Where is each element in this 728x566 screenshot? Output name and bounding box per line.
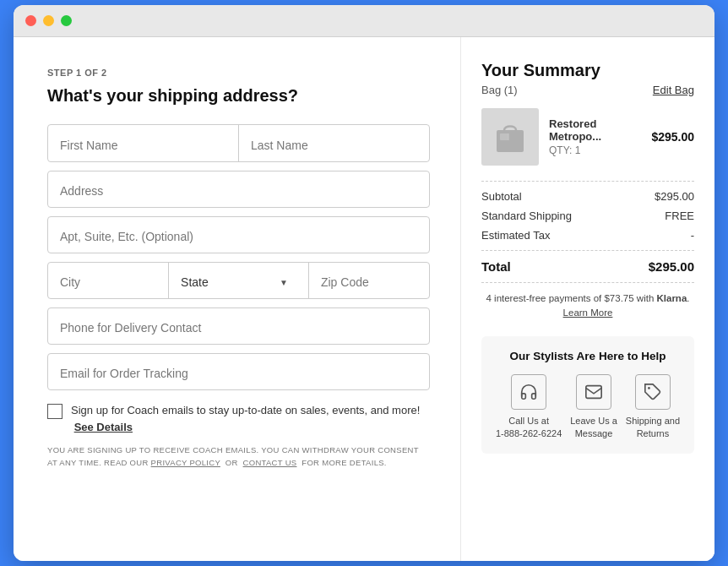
message-label: Leave Us aMessage (570, 415, 617, 441)
divider-3 (481, 282, 694, 283)
product-qty: QTY: 1 (549, 144, 641, 156)
address-group (47, 171, 430, 208)
address-input[interactable] (60, 184, 417, 198)
divider-1 (481, 181, 694, 182)
klarna-text: 4 interest-free payments of $73.75 with … (481, 291, 694, 321)
message-option[interactable]: Leave Us aMessage (570, 374, 617, 441)
apt-field[interactable] (48, 217, 429, 253)
email-field[interactable] (48, 354, 429, 389)
email-input[interactable] (60, 367, 417, 380)
shipping-label: Standard Shipping (481, 210, 572, 222)
headset-icon (511, 374, 546, 410)
svg-rect-0 (497, 130, 524, 152)
apt-input[interactable] (60, 230, 417, 243)
app-window: STEP 1 OF 2 What's your shipping address… (14, 5, 714, 561)
consent-text: YOU ARE SIGNING UP TO RECEIVE COACH EMAI… (47, 444, 430, 469)
shipping-returns-label: Shipping andReturns (626, 415, 680, 441)
first-name-field[interactable] (48, 125, 239, 161)
klarna-brand: Klarna (657, 293, 687, 303)
product-price: $295.00 (651, 130, 694, 144)
summary-title: Your Summary (481, 61, 694, 80)
right-panel: Your Summary Bag (1) Edit Bag Restored M… (461, 37, 714, 561)
svg-rect-1 (500, 133, 508, 140)
section-title: What's your shipping address? (47, 86, 430, 106)
apt-group (47, 216, 430, 253)
phone-field[interactable] (48, 308, 429, 344)
name-group (47, 124, 430, 162)
bag-label: Bag (1) (481, 84, 518, 96)
state-select[interactable]: State ALAKAZCA COCTFLGA NYTX (181, 275, 296, 289)
product-image (481, 108, 539, 166)
total-label: Total (481, 259, 511, 274)
minimize-dot[interactable] (43, 15, 54, 26)
subtotal-label: Subtotal (481, 190, 522, 203)
step-label: STEP 1 OF 2 (47, 68, 430, 78)
product-info: Restored Metropo... QTY: 1 (549, 117, 641, 156)
last-name-field[interactable] (239, 125, 429, 161)
titlebar (14, 5, 714, 37)
privacy-policy-link[interactable]: PRIVACY POLICY (151, 458, 220, 467)
email-signup-checkbox[interactable] (47, 404, 62, 419)
tax-label: Estimated Tax (481, 229, 550, 242)
bag-row: Bag (1) Edit Bag (481, 84, 694, 96)
product-name: Restored Metropo... (549, 117, 641, 143)
edit-bag-link[interactable]: Edit Bag (653, 84, 694, 96)
zip-input[interactable] (321, 275, 417, 289)
contact-us-link[interactable]: CONTACT US (243, 458, 297, 467)
klarna-learn-more-link[interactable]: Learn More (563, 307, 613, 318)
email-icon (576, 374, 611, 410)
stylists-options: Call Us at1-888-262-6224 Leave Us aMessa… (492, 374, 684, 441)
tax-line: Estimated Tax - (481, 229, 694, 242)
city-field[interactable] (48, 263, 168, 298)
maximize-dot[interactable] (61, 15, 72, 26)
phone-input[interactable] (60, 321, 417, 335)
svg-point-4 (648, 387, 650, 389)
address-field[interactable] (48, 171, 429, 207)
box-icon (635, 374, 671, 410)
email-group (47, 353, 430, 390)
tax-value: - (691, 229, 694, 242)
stylists-box: Our Stylists Are Here to Help Call Us at… (481, 336, 694, 454)
total-line: Total $295.00 (481, 259, 694, 274)
last-name-input[interactable] (251, 137, 417, 152)
call-us-option[interactable]: Call Us at1-888-262-6224 (496, 374, 562, 441)
city-state-zip-group: State ALAKAZCA COCTFLGA NYTX ▼ (47, 262, 430, 299)
svg-rect-3 (586, 385, 601, 398)
see-details-link[interactable]: See Details (74, 421, 133, 433)
shipping-line: Standard Shipping FREE (481, 210, 694, 222)
left-panel: STEP 1 OF 2 What's your shipping address… (14, 37, 461, 561)
state-field[interactable]: State ALAKAZCA COCTFLGA NYTX ▼ (168, 263, 309, 298)
shipping-value: FREE (665, 210, 694, 222)
product-row: Restored Metropo... QTY: 1 $295.00 (481, 108, 694, 166)
subtotal-line: Subtotal $295.00 (481, 190, 694, 203)
divider-2 (481, 250, 694, 251)
city-input[interactable] (60, 275, 156, 289)
stylists-title: Our Stylists Are Here to Help (492, 350, 684, 362)
close-dot[interactable] (25, 15, 36, 26)
first-name-input[interactable] (60, 137, 226, 152)
subtotal-value: $295.00 (655, 190, 694, 203)
zip-field[interactable] (309, 263, 429, 298)
email-signup-label: Sign up for Coach emails to stay up-to-d… (71, 402, 430, 435)
call-us-label: Call Us at1-888-262-6224 (496, 415, 562, 441)
email-signup-row: Sign up for Coach emails to stay up-to-d… (47, 402, 430, 435)
total-value: $295.00 (649, 259, 694, 274)
phone-group (47, 307, 430, 345)
shipping-option[interactable]: Shipping andReturns (626, 374, 680, 441)
